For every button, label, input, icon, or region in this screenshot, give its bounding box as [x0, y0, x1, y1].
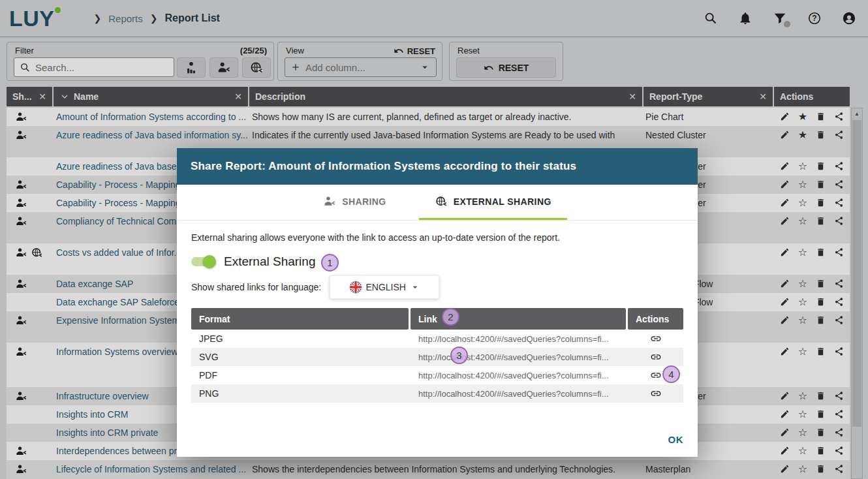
- share-link-url[interactable]: http://localhost:4200/#/savedQueries?col…: [411, 371, 628, 380]
- format-cell: SVG: [191, 352, 411, 362]
- link-icon[interactable]: [650, 388, 662, 399]
- external-sharing-toggle[interactable]: [191, 257, 214, 266]
- annotation-4: 4: [662, 365, 680, 383]
- link-icon[interactable]: [650, 351, 662, 363]
- annotation-1: 1: [321, 254, 339, 271]
- annotation-3: 3: [450, 347, 468, 364]
- language-select[interactable]: ENGLISH: [330, 275, 439, 299]
- dialog-title: Share Report: Amount of Information Syst…: [177, 148, 698, 185]
- link-actions-cell: [628, 333, 683, 345]
- format-cell: PNG: [191, 388, 411, 399]
- language-label: Show shared links for language:: [191, 282, 321, 292]
- share-link-row: JPEGhttp://localhost:4200/#/savedQueries…: [191, 330, 683, 348]
- format-cell: JPEG: [191, 333, 411, 344]
- dialog-body: External sharing allows everyone with th…: [177, 221, 698, 457]
- share-link-row: SVGhttp://localhost:4200/#/savedQueries?…: [191, 348, 683, 366]
- toggle-label: External Sharing: [224, 255, 315, 269]
- column-header-actions: Actions: [628, 308, 683, 330]
- share-links-table-body: JPEGhttp://localhost:4200/#/savedQueries…: [191, 330, 683, 403]
- share-links-table: Format Link Actions JPEGhttp://localhost…: [191, 308, 683, 403]
- share-link-url[interactable]: http://localhost:4200/#/savedQueries?col…: [411, 352, 628, 362]
- format-cell: PDF: [191, 370, 411, 380]
- share-link-url[interactable]: http://localhost:4200/#/savedQueries?col…: [411, 334, 628, 344]
- language-row: Show shared links for language: ENGLISH: [191, 275, 683, 300]
- ok-button[interactable]: OK: [668, 434, 684, 445]
- tab-sharing[interactable]: SHARING: [307, 185, 401, 220]
- toggle-knob: [203, 255, 216, 268]
- link-actions-cell: [628, 388, 683, 399]
- uk-flag-icon: [349, 281, 362, 294]
- share-report-dialog: Share Report: Amount of Information Syst…: [177, 148, 698, 457]
- link-icon[interactable]: [650, 333, 662, 345]
- language-value: ENGLISH: [366, 282, 406, 292]
- share-links-table-header: Format Link Actions: [191, 308, 683, 330]
- link-actions-cell: [628, 351, 683, 363]
- external-sharing-toggle-row: External Sharing: [191, 254, 683, 270]
- share-link-row: PDFhttp://localhost:4200/#/savedQueries?…: [191, 366, 683, 384]
- person-share-icon: [323, 195, 336, 208]
- external-sharing-description: External sharing allows everyone with th…: [191, 221, 683, 243]
- globe-share-icon: [435, 195, 448, 208]
- share-link-row: PNGhttp://localhost:4200/#/savedQueries?…: [191, 384, 683, 403]
- annotation-2: 2: [442, 308, 459, 326]
- caret-down-icon: [410, 282, 420, 292]
- link-icon[interactable]: [650, 369, 662, 381]
- share-link-url[interactable]: http://localhost:4200/#/savedQueries?col…: [411, 389, 628, 399]
- tab-external-sharing[interactable]: EXTERNAL SHARING: [419, 185, 567, 220]
- dialog-tabs: SHARING EXTERNAL SHARING: [177, 185, 698, 221]
- column-header-format: Format: [191, 308, 409, 330]
